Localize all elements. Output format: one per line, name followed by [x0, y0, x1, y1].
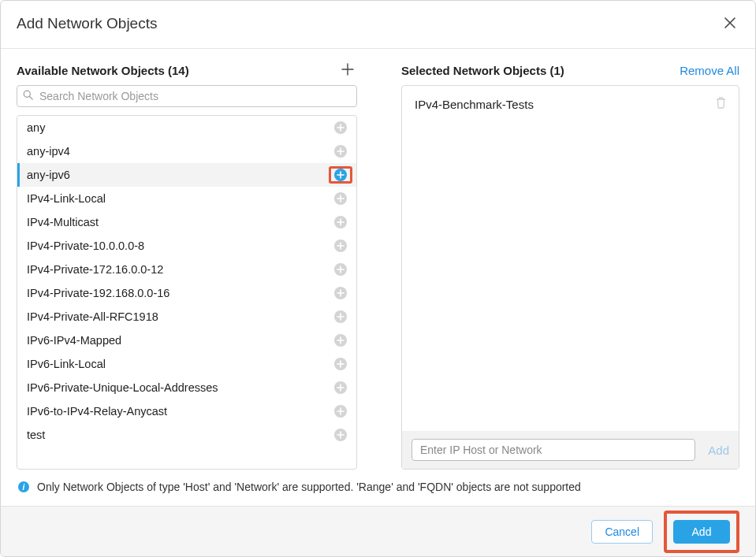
add-item-icon[interactable]: [334, 334, 347, 347]
add-item-icon[interactable]: [334, 240, 347, 252]
add-item-icon[interactable]: [334, 216, 347, 228]
available-item[interactable]: IPv4-Multicast: [17, 210, 356, 234]
cancel-button[interactable]: Cancel: [591, 520, 653, 544]
add-item-icon[interactable]: [334, 287, 347, 299]
remove-all-link[interactable]: Remove All: [680, 64, 739, 77]
available-item[interactable]: any-ipv4: [17, 139, 356, 163]
add-item-icon[interactable]: [334, 263, 347, 276]
available-item[interactable]: IPv4-Private-192.168.0.0-16: [17, 281, 356, 305]
trash-icon[interactable]: [716, 97, 726, 111]
available-item-label: IPv6-IPv4-Mapped: [27, 334, 121, 347]
available-item-label: any: [27, 121, 45, 134]
modal-footer: Cancel Add: [1, 506, 755, 556]
add-item-icon[interactable]: [334, 429, 347, 441]
available-item[interactable]: IPv6-Link-Local: [17, 352, 356, 376]
columns: Available Network Objects (14) anyany-ip…: [17, 60, 739, 470]
add-item-icon[interactable]: [334, 192, 347, 205]
available-item[interactable]: any: [17, 116, 356, 139]
modal-title: Add Network Objects: [17, 15, 157, 32]
available-item-label: IPv6-Private-Unique-Local-Addresses: [27, 381, 218, 394]
selected-header: Selected Network Objects (1) Remove All: [401, 60, 739, 80]
add-item-icon[interactable]: [334, 310, 347, 323]
modal-body: Available Network Objects (14) anyany-ip…: [1, 49, 755, 506]
create-object-button[interactable]: [338, 61, 357, 79]
available-item[interactable]: test: [17, 423, 356, 447]
available-item-label: IPv4-Private-192.168.0.0-16: [27, 287, 169, 299]
selected-list-box: IPv4-Benchmark-Tests Add: [401, 85, 739, 470]
available-item[interactable]: IPv4-Private-172.16.0.0-12: [17, 258, 356, 281]
available-item[interactable]: any-ipv6: [17, 163, 356, 187]
available-item[interactable]: IPv4-Private-All-RFC1918: [17, 305, 356, 329]
available-item-label: IPv6-Link-Local: [27, 358, 106, 370]
ip-host-input[interactable]: [412, 439, 695, 461]
info-text: Only Network Objects of type 'Host' and …: [37, 481, 581, 493]
add-item-icon[interactable]: [334, 358, 347, 370]
available-title: Available Network Objects (14): [17, 64, 189, 77]
available-item-label: any-ipv6: [27, 169, 70, 181]
available-item[interactable]: IPv4-Link-Local: [17, 187, 356, 210]
inline-add-button[interactable]: Add: [708, 444, 729, 457]
add-item-icon[interactable]: [334, 169, 347, 181]
available-item[interactable]: IPv6-to-IPv4-Relay-Anycast: [17, 399, 356, 423]
info-row: i Only Network Objects of type 'Host' an…: [17, 470, 739, 501]
available-item-label: IPv4-Multicast: [27, 216, 99, 228]
selected-list: IPv4-Benchmark-Tests: [402, 86, 739, 431]
available-header: Available Network Objects (14): [17, 60, 357, 80]
close-icon[interactable]: [721, 13, 739, 34]
available-item-label: IPv4-Private-10.0.0.0-8: [27, 240, 144, 252]
available-column: Available Network Objects (14) anyany-ip…: [17, 60, 357, 470]
available-item-label: IPv4-Private-172.16.0.0-12: [27, 263, 163, 276]
selected-item: IPv4-Benchmark-Tests: [402, 92, 739, 116]
add-item-icon[interactable]: [334, 381, 347, 394]
add-button[interactable]: Add: [673, 520, 730, 544]
available-item[interactable]: IPv6-Private-Unique-Local-Addresses: [17, 376, 356, 399]
selected-column: Selected Network Objects (1) Remove All …: [401, 60, 739, 470]
search-wrap: [17, 85, 357, 107]
available-list: anyany-ipv4any-ipv6IPv4-Link-LocalIPv4-M…: [17, 116, 356, 447]
add-item-icon[interactable]: [334, 121, 347, 134]
modal-header: Add Network Objects: [1, 1, 755, 49]
available-item[interactable]: IPv4-Private-10.0.0.0-8: [17, 234, 356, 258]
add-button-highlight: Add: [664, 511, 739, 553]
selected-item-label: IPv4-Benchmark-Tests: [415, 98, 534, 111]
available-item-label: test: [27, 429, 45, 441]
available-item-label: IPv6-to-IPv4-Relay-Anycast: [27, 405, 167, 418]
available-list-box: anyany-ipv4any-ipv6IPv4-Link-LocalIPv4-M…: [17, 115, 357, 470]
selected-title: Selected Network Objects (1): [401, 64, 564, 77]
search-input[interactable]: [17, 85, 357, 107]
available-item-label: IPv4-Private-All-RFC1918: [27, 310, 158, 323]
selected-footer: Add: [402, 431, 739, 469]
add-network-objects-modal: Add Network Objects Available Network Ob…: [0, 0, 756, 557]
available-item-label: IPv4-Link-Local: [27, 192, 106, 205]
available-item[interactable]: IPv6-IPv4-Mapped: [17, 329, 356, 352]
available-item-label: any-ipv4: [27, 145, 70, 158]
add-item-icon[interactable]: [334, 145, 347, 158]
add-item-icon[interactable]: [334, 405, 347, 418]
info-icon: i: [18, 481, 29, 492]
